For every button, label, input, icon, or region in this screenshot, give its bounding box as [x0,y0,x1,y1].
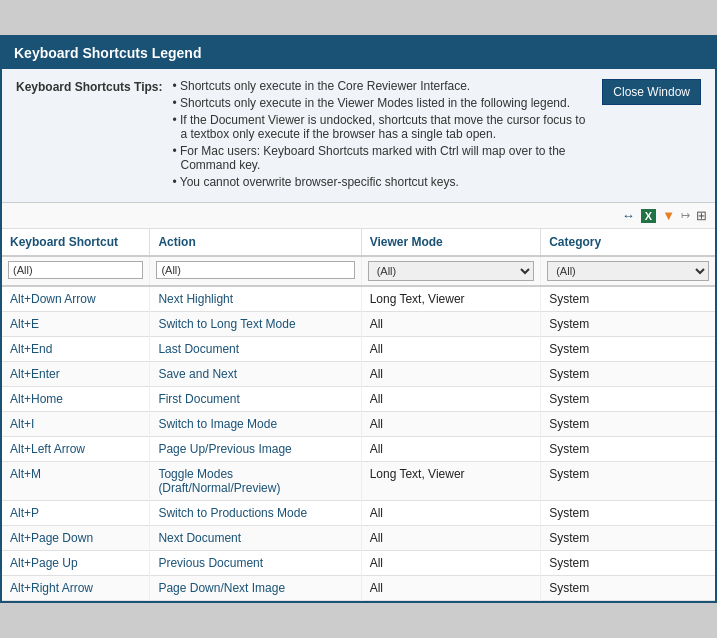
header-shortcut[interactable]: Keyboard Shortcut [2,229,150,256]
table-row: Alt+PSwitch to Productions ModeAllSystem [2,501,715,526]
table-cell: Alt+Page Down [2,526,150,551]
table-row: Alt+EndLast DocumentAllSystem [2,337,715,362]
tip-5: You cannot overwrite browser-specific sh… [172,175,592,189]
shortcuts-table: Keyboard Shortcut Action Viewer Mode Cat… [2,229,715,601]
table-cell: Alt+M [2,462,150,501]
table-cell: All [361,337,541,362]
table-cell: Alt+End [2,337,150,362]
table-cell: System [541,462,715,501]
tip-2: Shortcuts only execute in the Viewer Mod… [172,96,592,110]
filter-icon[interactable]: ▼ [662,208,675,223]
table-cell: All [361,412,541,437]
table-cell: System [541,412,715,437]
keyboard-shortcuts-window: Keyboard Shortcuts Legend Keyboard Short… [0,35,717,603]
swap-arrows-icon[interactable]: ↔ [622,208,635,223]
table-cell: System [541,312,715,337]
table-row: Alt+ESwitch to Long Text ModeAllSystem [2,312,715,337]
table-cell: Page Down/Next Image [150,576,361,601]
table-cell: Alt+Right Arrow [2,576,150,601]
table-cell: All [361,387,541,412]
table-cell: All [361,501,541,526]
table-cell: All [361,526,541,551]
table-header-row: Keyboard Shortcut Action Viewer Mode Cat… [2,229,715,256]
tips-list: Shortcuts only execute in the Core Revie… [172,79,592,192]
close-window-button[interactable]: Close Window [602,79,701,105]
filter-shortcut-cell[interactable] [2,256,150,286]
table-body: Alt+Down ArrowNext HighlightLong Text, V… [2,286,715,601]
table-row: Alt+Left ArrowPage Up/Previous ImageAllS… [2,437,715,462]
table-cell: Long Text, Viewer [361,286,541,312]
table-cell: Save and Next [150,362,361,387]
table-cell: System [541,437,715,462]
table-cell: All [361,576,541,601]
filter-action-cell[interactable] [150,256,361,286]
table-cell: Alt+Home [2,387,150,412]
table-cell: Alt+P [2,501,150,526]
excel-export-icon[interactable]: X [641,209,656,223]
tips-label: Keyboard Shortcuts Tips: [16,79,162,94]
table-cell: Page Up/Previous Image [150,437,361,462]
filter-action-input[interactable] [156,261,354,279]
table-cell: System [541,551,715,576]
header-viewer[interactable]: Viewer Mode [361,229,541,256]
table-row: Alt+Down ArrowNext HighlightLong Text, V… [2,286,715,312]
table-cell: Long Text, Viewer [361,462,541,501]
filter-row: (All) (All) [2,256,715,286]
table-cell: Alt+I [2,412,150,437]
table-row: Alt+EnterSave and NextAllSystem [2,362,715,387]
grid-icon[interactable]: ⊞ [696,208,707,223]
table-cell: All [361,312,541,337]
header-action[interactable]: Action [150,229,361,256]
table-container[interactable]: Keyboard Shortcut Action Viewer Mode Cat… [2,229,715,601]
tip-1: Shortcuts only execute in the Core Revie… [172,79,592,93]
table-cell: System [541,501,715,526]
table-row: Alt+HomeFirst DocumentAllSystem [2,387,715,412]
to-icon[interactable]: ↦ [681,209,690,222]
table-cell: System [541,337,715,362]
table-row: Alt+Page UpPrevious DocumentAllSystem [2,551,715,576]
table-cell: System [541,576,715,601]
title-bar: Keyboard Shortcuts Legend [2,37,715,69]
table-cell: System [541,387,715,412]
table-cell: First Document [150,387,361,412]
table-cell: Last Document [150,337,361,362]
table-cell: All [361,362,541,387]
table-cell: Alt+E [2,312,150,337]
filter-viewer-select[interactable]: (All) [368,261,535,281]
table-cell: System [541,526,715,551]
window-title: Keyboard Shortcuts Legend [14,45,201,61]
table-cell: Alt+Left Arrow [2,437,150,462]
filter-category-select[interactable]: (All) [547,261,709,281]
filter-category-cell[interactable]: (All) [541,256,715,286]
table-cell: Switch to Productions Mode [150,501,361,526]
table-cell: Next Highlight [150,286,361,312]
table-row: Alt+ISwitch to Image ModeAllSystem [2,412,715,437]
toolbar: ↔ X ▼ ↦ ⊞ [2,203,715,229]
table-cell: System [541,286,715,312]
table-cell: Alt+Down Arrow [2,286,150,312]
table-row: Alt+Right ArrowPage Down/Next ImageAllSy… [2,576,715,601]
table-row: Alt+MToggle Modes(Draft/Normal/Preview)L… [2,462,715,501]
filter-shortcut-input[interactable] [8,261,143,279]
header-category[interactable]: Category [541,229,715,256]
table-cell: Previous Document [150,551,361,576]
table-cell: All [361,437,541,462]
filter-viewer-cell[interactable]: (All) [361,256,541,286]
table-row: Alt+Page DownNext DocumentAllSystem [2,526,715,551]
table-cell: Alt+Enter [2,362,150,387]
tip-4: For Mac users: Keyboard Shortcuts marked… [172,144,592,172]
table-cell: All [361,551,541,576]
tip-3: If the Document Viewer is undocked, shor… [172,113,592,141]
table-cell: Next Document [150,526,361,551]
table-cell: Switch to Long Text Mode [150,312,361,337]
tips-section: Keyboard Shortcuts Tips: Shortcuts only … [2,69,715,203]
table-cell: Switch to Image Mode [150,412,361,437]
table-cell: Toggle Modes(Draft/Normal/Preview) [150,462,361,501]
table-cell: Alt+Page Up [2,551,150,576]
table-cell: System [541,362,715,387]
